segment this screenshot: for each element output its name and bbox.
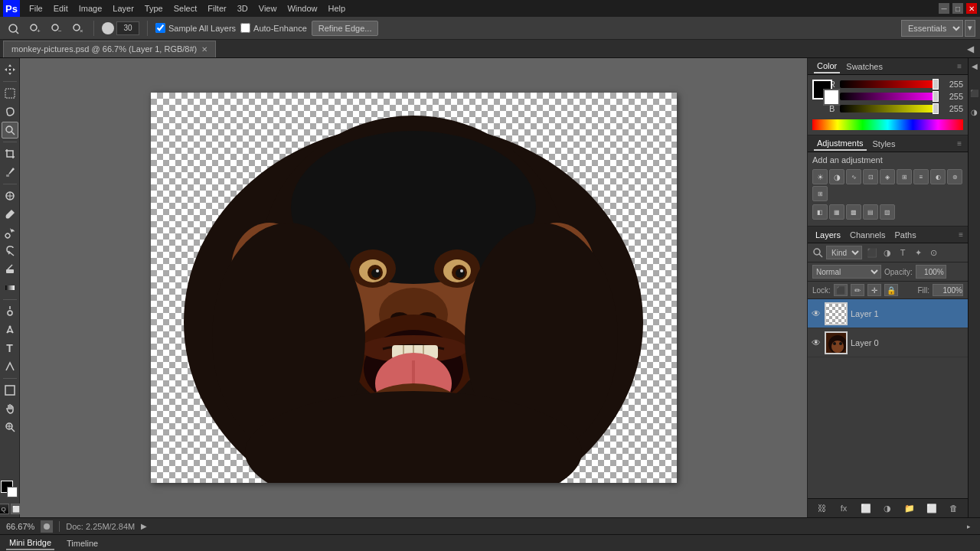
g-slider[interactable]: [840, 93, 939, 100]
adj-channel-mixer[interactable]: ⊞: [812, 186, 828, 201]
adj-levels[interactable]: ◑: [829, 169, 844, 184]
adj-selective-color[interactable]: ▨: [880, 204, 895, 220]
tab-close-btn[interactable]: ✕: [201, 45, 207, 54]
delete-layer-btn[interactable]: 🗑: [947, 501, 961, 515]
brush-tool[interactable]: [2, 206, 18, 223]
refine-edge-button[interactable]: Refine Edge...: [312, 21, 379, 36]
adj-vibrance[interactable]: ◈: [880, 169, 895, 184]
minimize-btn[interactable]: ─: [939, 3, 949, 14]
paths-tab[interactable]: Paths: [892, 229, 920, 241]
clone-stamp-tool[interactable]: [2, 224, 18, 241]
swatches-tab[interactable]: Swatches: [843, 60, 886, 73]
pen-tool[interactable]: [2, 321, 18, 338]
adj-collapse[interactable]: ≡: [957, 139, 962, 148]
filter-adj-btn[interactable]: ◑: [880, 246, 894, 259]
zoom-tool[interactable]: [2, 419, 18, 435]
document-tab[interactable]: monkey-pictures.psd @ 66.7% (Layer 1, RG…: [3, 41, 216, 57]
layer-0-visibility[interactable]: 👁: [811, 337, 822, 348]
text-tool[interactable]: T: [2, 340, 18, 357]
adj-threshold[interactable]: ▩: [846, 204, 861, 220]
shape-tool[interactable]: [2, 382, 18, 399]
adj-invert[interactable]: ◧: [812, 204, 828, 220]
adj-exposure[interactable]: ⊡: [863, 169, 878, 184]
new-group-btn[interactable]: 📁: [903, 501, 916, 515]
bg-swatch[interactable]: [823, 89, 840, 106]
close-btn[interactable]: ✕: [966, 3, 977, 14]
color-panel-collapse[interactable]: ≡: [957, 62, 962, 70]
lock-position-btn[interactable]: ✛: [867, 284, 881, 296]
color-tab[interactable]: Color: [814, 60, 840, 73]
move-tool[interactable]: [2, 61, 18, 78]
fg-bg-swatches[interactable]: [812, 80, 825, 107]
menu-edit[interactable]: Edit: [49, 2, 73, 15]
filter-type-btn[interactable]: T: [896, 246, 910, 259]
add-selection-btn[interactable]: +: [26, 20, 43, 37]
menu-file[interactable]: File: [24, 2, 47, 15]
subtract-selection-btn[interactable]: −: [47, 20, 64, 37]
layer-fx-btn[interactable]: fx: [837, 501, 851, 515]
adj-posterize[interactable]: ▦: [829, 204, 844, 220]
lock-all-btn[interactable]: 🔒: [884, 284, 898, 296]
panel-icon-1[interactable]: ⬛: [969, 81, 980, 104]
layer-link-btn[interactable]: ⛓: [815, 501, 828, 515]
quick-mask-btn[interactable]: Q: [0, 504, 9, 514]
adj-gradient-map[interactable]: ▤: [863, 204, 878, 220]
lasso-tool[interactable]: [2, 103, 18, 120]
menu-help[interactable]: Help: [324, 2, 351, 15]
essentials-expand-btn[interactable]: ▾: [965, 20, 975, 37]
eraser-tool[interactable]: [2, 261, 18, 278]
menu-3d[interactable]: 3D: [233, 2, 253, 15]
panel-collapse-btn[interactable]: ◀: [964, 44, 977, 54]
filter-shape-btn[interactable]: ✦: [911, 246, 925, 259]
eyedropper-tool[interactable]: [2, 164, 18, 181]
marquee-tool[interactable]: [2, 85, 18, 102]
gradient-tool[interactable]: [2, 279, 18, 296]
layers-tab[interactable]: Layers: [812, 229, 844, 241]
layer-mask-btn[interactable]: ⬜: [859, 501, 873, 515]
intersect-selection-btn[interactable]: ×: [69, 20, 86, 37]
path-selection-tool[interactable]: [2, 358, 18, 375]
hand-tool[interactable]: [2, 400, 18, 417]
sample-all-layers-checkbox[interactable]: [155, 23, 165, 33]
r-slider[interactable]: [840, 80, 939, 88]
panels-collapse-btn[interactable]: ◀: [969, 61, 980, 72]
sample-all-layers-label[interactable]: Sample All Layers: [155, 23, 236, 33]
lock-transparent-btn[interactable]: ⬛: [834, 284, 848, 296]
channels-tab[interactable]: Channels: [847, 229, 888, 241]
filter-smart-btn[interactable]: ⊙: [926, 246, 940, 259]
adj-hsl[interactable]: ⊞: [897, 169, 912, 184]
crop-tool[interactable]: [2, 145, 18, 162]
timeline-tab[interactable]: Timeline: [64, 537, 101, 549]
b-slider[interactable]: [840, 105, 939, 112]
fill-input[interactable]: [933, 284, 963, 296]
layers-kind-filter[interactable]: Kind: [826, 246, 862, 259]
menu-image[interactable]: Image: [74, 2, 107, 15]
opacity-input[interactable]: [916, 265, 946, 279]
layer-item-0[interactable]: 👁 Layer 0: [808, 328, 968, 357]
menu-view[interactable]: View: [254, 2, 282, 15]
adj-brightness[interactable]: ☀: [812, 169, 828, 184]
history-brush-tool[interactable]: [2, 243, 18, 259]
styles-tab[interactable]: Styles: [870, 138, 899, 150]
layers-collapse[interactable]: ≡: [959, 230, 963, 239]
healing-brush-tool[interactable]: [2, 187, 18, 204]
restore-btn[interactable]: □: [952, 3, 963, 14]
essentials-select[interactable]: Essentials: [901, 20, 963, 37]
menu-type[interactable]: Type: [140, 2, 168, 15]
filter-pixel-btn[interactable]: ⬛: [865, 246, 879, 259]
brush-size-input[interactable]: [116, 21, 139, 35]
menu-select[interactable]: Select: [169, 2, 202, 15]
adj-curves[interactable]: ∿: [846, 169, 861, 184]
layer-item-1[interactable]: 👁 Layer 1: [808, 299, 968, 328]
new-layer-btn[interactable]: ⬜: [925, 501, 939, 515]
auto-enhance-label[interactable]: Auto-Enhance: [240, 23, 307, 33]
canvas-area[interactable]: [20, 58, 807, 517]
panel-icon-2[interactable]: ◑: [969, 107, 980, 118]
color-spectrum[interactable]: [812, 119, 963, 130]
quick-selection-tool[interactable]: [2, 122, 18, 139]
dodge-tool[interactable]: [2, 303, 18, 320]
adj-colorbalance[interactable]: ≡: [913, 169, 929, 184]
blend-mode-select[interactable]: Normal: [812, 265, 881, 279]
status-expand-btn[interactable]: ▸: [963, 521, 974, 532]
background-color[interactable]: [7, 487, 18, 497]
